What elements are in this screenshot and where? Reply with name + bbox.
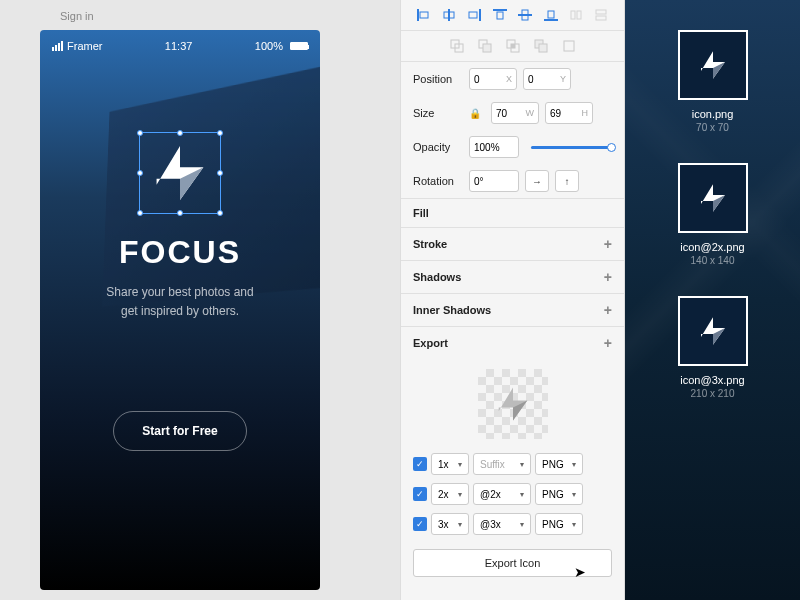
inner-shadows-section[interactable]: Inner Shadows+ xyxy=(401,293,624,326)
add-export-icon[interactable]: + xyxy=(604,335,612,351)
svg-rect-9 xyxy=(497,12,503,19)
app-subtitle: Share your best photos and get inspired … xyxy=(40,283,320,321)
export-2x-suffix[interactable]: @2x▾ xyxy=(473,483,531,505)
align-bottom-icon[interactable] xyxy=(543,8,559,22)
align-vcenter-icon[interactable] xyxy=(517,8,533,22)
phone-mockup: Framer 11:37 100% F xyxy=(40,30,320,590)
rotation-input[interactable]: 0° xyxy=(469,170,519,192)
align-hcenter-icon[interactable] xyxy=(441,8,457,22)
svg-rect-13 xyxy=(548,11,554,18)
svg-rect-8 xyxy=(493,9,507,11)
align-left-icon[interactable] xyxy=(416,8,432,22)
stroke-section[interactable]: Stroke+ xyxy=(401,227,624,260)
export-item-2x: icon@2x.png 140 x 140 xyxy=(678,163,748,266)
app-title: FOCUS xyxy=(40,234,320,271)
svg-rect-14 xyxy=(571,11,575,19)
preview-panel: icon.png 70 x 70 icon@2x.png 140 x 140 i… xyxy=(625,0,800,600)
flip-horizontal-icon[interactable]: → xyxy=(525,170,549,192)
export-filename-2x: icon@2x.png xyxy=(678,241,748,253)
signal-icon xyxy=(52,41,63,51)
resize-handle-bm[interactable] xyxy=(177,210,183,216)
bool-difference-icon[interactable] xyxy=(533,39,549,53)
svg-rect-6 xyxy=(479,9,481,21)
svg-rect-21 xyxy=(483,44,491,52)
fill-section[interactable]: Fill xyxy=(401,198,624,227)
svg-rect-4 xyxy=(448,9,450,21)
export-row-1x: ✓ 1x▾ Suffix▾ PNG▾ xyxy=(401,449,624,479)
export-2x-checkbox[interactable]: ✓ xyxy=(413,487,427,501)
battery-label: 100% xyxy=(255,40,283,52)
time-label: 11:37 xyxy=(165,40,193,52)
position-label: Position xyxy=(413,73,463,85)
selected-logo[interactable] xyxy=(139,132,221,214)
svg-rect-17 xyxy=(596,16,606,20)
svg-rect-24 xyxy=(511,44,515,48)
export-1x-scale[interactable]: 1x▾ xyxy=(431,453,469,475)
battery-icon xyxy=(290,42,308,50)
export-3x-suffix[interactable]: @3x▾ xyxy=(473,513,531,535)
export-1x-format[interactable]: PNG▾ xyxy=(535,453,583,475)
width-input[interactable]: 70W xyxy=(491,102,539,124)
resize-handle-tr[interactable] xyxy=(217,130,223,136)
add-inner-shadow-icon[interactable]: + xyxy=(604,302,612,318)
export-1x-checkbox[interactable]: ✓ xyxy=(413,457,427,471)
export-dims-3x: 210 x 210 xyxy=(678,388,748,399)
export-icon-2x xyxy=(678,163,748,233)
carrier-label: Framer xyxy=(67,40,102,52)
bool-flatten-icon[interactable] xyxy=(561,39,577,53)
export-dims-2x: 140 x 140 xyxy=(678,255,748,266)
opacity-input[interactable]: 100% xyxy=(469,136,519,158)
svg-rect-16 xyxy=(596,10,606,14)
sign-in-link[interactable]: Sign in xyxy=(60,10,94,22)
export-3x-scale[interactable]: 3x▾ xyxy=(431,513,469,535)
lock-icon[interactable]: 🔒 xyxy=(469,108,481,119)
export-item-3x: icon@3x.png 210 x 210 xyxy=(678,296,748,399)
bool-union-icon[interactable] xyxy=(449,39,465,53)
svg-rect-10 xyxy=(518,14,532,16)
align-top-icon[interactable] xyxy=(492,8,508,22)
position-x-input[interactable]: 0X xyxy=(469,68,517,90)
resize-handle-mr[interactable] xyxy=(217,170,223,176)
export-icon-button[interactable]: Export Icon ➤ xyxy=(413,549,612,577)
resize-handle-ml[interactable] xyxy=(137,170,143,176)
flip-vertical-icon[interactable]: ↑ xyxy=(555,170,579,192)
export-1x-suffix[interactable]: Suffix▾ xyxy=(473,453,531,475)
opacity-label: Opacity xyxy=(413,141,463,153)
selection-box[interactable] xyxy=(139,132,221,214)
export-filename-3x: icon@3x.png xyxy=(678,374,748,386)
export-icon-1x xyxy=(678,30,748,100)
resize-handle-bl[interactable] xyxy=(137,210,143,216)
export-filename-1x: icon.png xyxy=(678,108,748,120)
add-stroke-icon[interactable]: + xyxy=(604,236,612,252)
export-2x-format[interactable]: PNG▾ xyxy=(535,483,583,505)
resize-handle-tl[interactable] xyxy=(137,130,143,136)
boolean-toolbar xyxy=(401,31,624,62)
export-row-2x: ✓ 2x▾ @2x▾ PNG▾ xyxy=(401,479,624,509)
rotation-label: Rotation xyxy=(413,175,463,187)
distribute-h-icon[interactable] xyxy=(568,8,584,22)
resize-handle-tm[interactable] xyxy=(177,130,183,136)
export-3x-format[interactable]: PNG▾ xyxy=(535,513,583,535)
svg-rect-26 xyxy=(539,44,547,52)
position-y-input[interactable]: 0Y xyxy=(523,68,571,90)
align-right-icon[interactable] xyxy=(466,8,482,22)
add-shadow-icon[interactable]: + xyxy=(604,269,612,285)
export-2x-scale[interactable]: 2x▾ xyxy=(431,483,469,505)
status-bar: Framer 11:37 100% xyxy=(40,30,320,62)
export-section[interactable]: Export+ xyxy=(401,326,624,359)
svg-rect-15 xyxy=(577,11,581,19)
distribute-v-icon[interactable] xyxy=(593,8,609,22)
export-row-3x: ✓ 3x▾ @3x▾ PNG▾ xyxy=(401,509,624,539)
size-label: Size xyxy=(413,107,463,119)
bool-subtract-icon[interactable] xyxy=(477,39,493,53)
export-icon-3x xyxy=(678,296,748,366)
resize-handle-br[interactable] xyxy=(217,210,223,216)
shadows-section[interactable]: Shadows+ xyxy=(401,260,624,293)
opacity-slider[interactable] xyxy=(531,146,612,149)
export-3x-checkbox[interactable]: ✓ xyxy=(413,517,427,531)
export-item-1x: icon.png 70 x 70 xyxy=(678,30,748,133)
bool-intersect-icon[interactable] xyxy=(505,39,521,53)
height-input[interactable]: 69H xyxy=(545,102,593,124)
start-for-free-button[interactable]: Start for Free xyxy=(113,411,246,451)
svg-rect-7 xyxy=(469,12,477,18)
